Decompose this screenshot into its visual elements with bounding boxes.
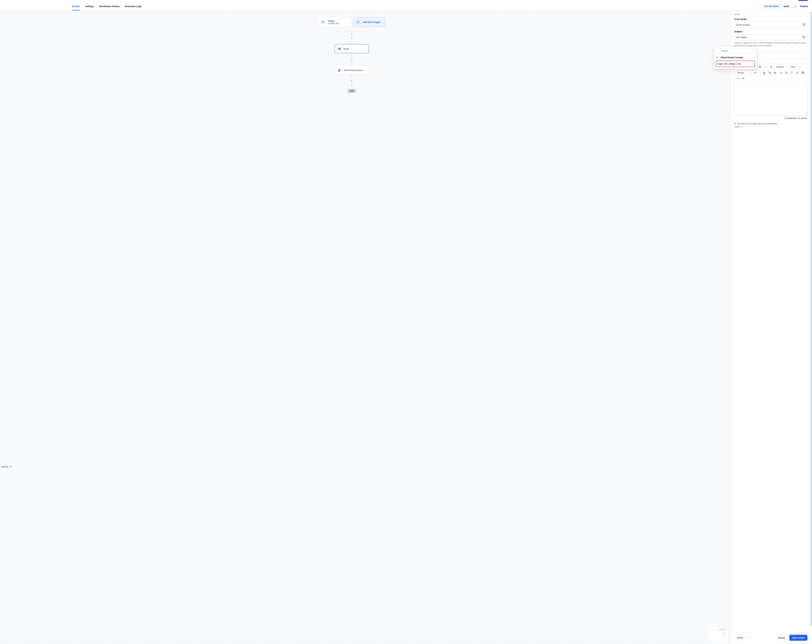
svg-point-0: [322, 21, 323, 22]
insert-tag-button[interactable]: [802, 35, 806, 39]
svg-point-11: [774, 73, 775, 73]
node-email-label: Email: [343, 47, 349, 50]
chevron-down-icon: [758, 72, 760, 74]
custom-values-popover: Client Portal Contact Login URL (Magic L…: [714, 46, 757, 69]
svg-point-12: [774, 73, 775, 73]
code-view-button[interactable]: [736, 76, 740, 81]
subject-label: Subject *: [734, 30, 807, 33]
add-step-button-2[interactable]: +: [350, 58, 353, 61]
trigger-subtitle: Contact Tag: [328, 22, 339, 24]
app-header: Builder Settings Enrollment History Exec…: [0, 2, 812, 11]
ordered-list-button[interactable]: [778, 70, 783, 75]
actions-drawer-button[interactable]: actions: [0, 464, 13, 469]
resize-handle-icon[interactable]: ◢: [734, 113, 807, 115]
line-height-select[interactable]: 1.5: [752, 70, 761, 75]
node-menu-button[interactable]: ···: [363, 47, 367, 50]
envelope-icon: [337, 47, 341, 51]
arrow-left-icon: [716, 56, 719, 59]
highlight-color-button[interactable]: [768, 70, 772, 75]
plus-icon: [356, 20, 360, 24]
svg-point-21: [792, 73, 792, 74]
publish-toggle[interactable]: [791, 5, 797, 8]
add-step-button-1[interactable]: +: [350, 37, 353, 40]
text-color-button[interactable]: A: [762, 70, 766, 75]
insert-tag-button[interactable]: [802, 23, 806, 27]
tab-settings[interactable]: Settings: [85, 2, 94, 10]
save-action-button[interactable]: Save Action: [789, 635, 807, 641]
italic-button[interactable]: I: [763, 65, 768, 69]
arrow-right-icon: [9, 465, 12, 468]
trigger-card[interactable]: Trigger Contact Tag: [318, 17, 351, 27]
workflow-canvas[interactable]: Trigger Contact Tag Add New Trigger +: [0, 11, 731, 644]
header-right: Test Workflow Draft Publish: [762, 4, 808, 9]
user-plus-icon: [337, 68, 341, 72]
end-badge: END: [347, 89, 356, 93]
tag-icon: [321, 20, 325, 24]
id-label: id:: [734, 122, 736, 125]
tab-builder[interactable]: Builder: [72, 2, 80, 10]
more-formatting-button[interactable]: [789, 70, 794, 75]
svg-point-19: [792, 72, 792, 72]
popover-breadcrumb-title: Client Portal Contact: [720, 56, 743, 59]
align-button[interactable]: [784, 70, 789, 75]
panel-scrollbar[interactable]: [811, 12, 812, 626]
action-panel: Values From Email Subject * Subject is o…: [731, 11, 812, 644]
popover-search-input[interactable]: [716, 48, 755, 54]
tag-icon: [803, 35, 806, 39]
header-tabs: Builder Settings Enrollment History Exec…: [72, 2, 142, 10]
chevron-down-icon: [803, 55, 805, 57]
unordered-list-button[interactable]: [773, 70, 778, 75]
chevron-down-icon: [748, 72, 750, 74]
popover-back-button[interactable]: Client Portal Contact: [716, 55, 755, 60]
actions-label: actions: [1, 465, 8, 468]
test-workflow-button[interactable]: Test Workflow: [762, 4, 781, 9]
action-meta: id: e81c1b07-e72e-4cb8-aec3-e0701e9c0b8a…: [734, 122, 807, 128]
clear-format-button[interactable]: [741, 76, 746, 81]
id-value: e81c1b07-e72e-4cb8-aec3-e0701e9c0b8a: [737, 122, 777, 125]
workspace: Trigger Contact Tag Add New Trigger +: [0, 11, 812, 644]
svg-point-4: [803, 24, 804, 24]
svg-point-10: [774, 72, 775, 72]
font-family-select[interactable]: Verdana: [774, 64, 788, 69]
node-email[interactable]: Email ···: [335, 44, 369, 53]
add-trigger-label: Add New Trigger: [362, 21, 380, 23]
node-menu-button[interactable]: ···: [363, 69, 367, 72]
chevron-down-icon: [797, 66, 799, 68]
draft-label: Draft: [784, 5, 789, 8]
values-section-label: Values: [734, 13, 807, 15]
from-email-input[interactable]: [734, 22, 807, 28]
cancel-button[interactable]: Cancel: [775, 635, 788, 641]
trigger-title: Trigger: [328, 20, 339, 22]
order-value: 0: [740, 125, 742, 128]
add-step-button-3[interactable]: +: [350, 79, 353, 82]
tab-enrollment-history[interactable]: Enrollment History: [99, 2, 119, 10]
svg-point-20: [792, 72, 792, 73]
svg-point-2: [339, 69, 340, 70]
tab-execution-logs[interactable]: Execution Logs: [125, 2, 142, 10]
paragraph-style-select[interactable]: Paragr…: [736, 70, 751, 75]
order-label: order:: [734, 125, 740, 128]
popover-item-login-url[interactable]: Login URL (Magic Link): [716, 61, 755, 67]
top-accent-bar: [798, 0, 808, 1]
publish-label: Publish: [800, 5, 808, 8]
character-word-counter: 0 characters | 0 words: [734, 115, 807, 119]
tag-icon: [803, 23, 806, 26]
panel-footer: Delete Cancel Save Action: [731, 632, 812, 644]
editor-body[interactable]: [734, 82, 807, 113]
image-button[interactable]: [801, 70, 805, 75]
connector-branch: [334, 27, 370, 32]
node-grant-group-access[interactable]: Grant Group Access ···: [335, 66, 369, 75]
bold-button[interactable]: B: [758, 65, 762, 69]
link-button[interactable]: [795, 70, 800, 75]
trigger-row: Trigger Contact Tag Add New Trigger: [295, 17, 409, 27]
minimap[interactable]: [707, 626, 728, 641]
subject-hint-text: Subject is optional in case of email tem…: [734, 41, 807, 47]
subject-input[interactable]: [734, 34, 807, 40]
underline-button[interactable]: U: [769, 65, 773, 69]
canvas-inner: Trigger Contact Tag Add New Trigger +: [295, 17, 409, 93]
add-new-trigger-button[interactable]: Add New Trigger: [353, 17, 385, 27]
node-grant-group-label: Grant Group Access: [343, 69, 363, 72]
from-email-label: From Email: [734, 18, 807, 20]
delete-button[interactable]: Delete: [734, 635, 746, 641]
font-size-select[interactable]: 16px: [789, 64, 800, 69]
